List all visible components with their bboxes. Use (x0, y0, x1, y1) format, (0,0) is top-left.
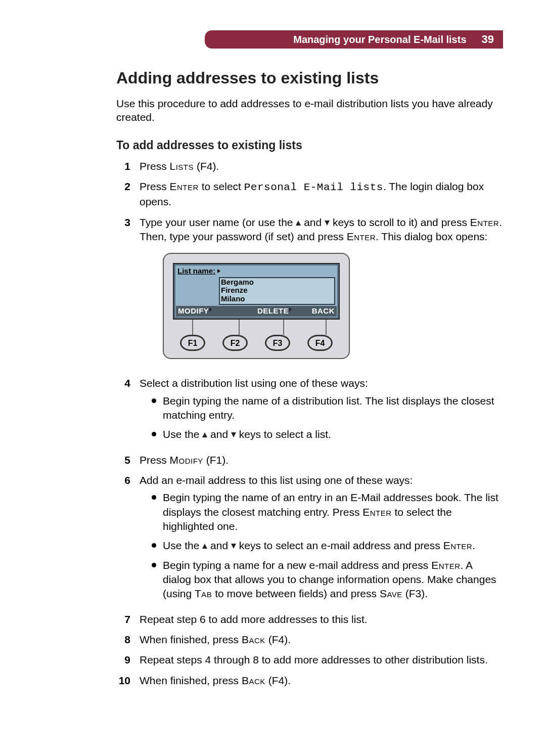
key-save: Save (380, 588, 402, 599)
step-10: 10 When finished, press Back (F4). (116, 674, 503, 688)
key-enter: Enter (170, 181, 199, 192)
step-number: 9 (116, 653, 130, 667)
list-item: Bergamo (221, 278, 333, 287)
bullet: Begin typing the name of a distribution … (152, 394, 503, 423)
arrow-up-icon (202, 432, 207, 437)
step-body: Press Lists (F4). (140, 159, 503, 173)
step-number: 7 (116, 612, 130, 627)
step-body: When finished, press Back (F4). (140, 633, 503, 647)
arrow-down-icon (231, 432, 236, 437)
connector-lines (173, 320, 340, 335)
step-number: 10 (116, 674, 130, 688)
step-8: 8 When finished, press Back (F4). (116, 633, 503, 647)
step-body: Repeat steps 4 through 8 to add more add… (140, 653, 503, 667)
softkey-delete: DELETE (256, 306, 290, 316)
arrow-down-icon (231, 544, 236, 549)
function-keys: F1 F2 F3 F4 (173, 335, 340, 351)
step-number: 4 (116, 376, 130, 447)
step-number: 8 (116, 633, 130, 647)
dialog-field-label: List name: (177, 266, 215, 276)
step-5: 5 Press Modify (F1). (116, 453, 503, 467)
step-body: Add an e-mail address to this list using… (140, 473, 503, 606)
fkey-f4: F4 (307, 335, 333, 351)
page-header: Managing your Personal E-Mail lists 39 (205, 30, 503, 49)
fn-f3: F3 (409, 588, 422, 599)
softkey-back: BACK (311, 306, 336, 316)
step-number: 5 (116, 453, 130, 467)
fn-f1: F1 (210, 454, 222, 466)
bullet: Begin typing a name for a new e-mail add… (152, 558, 503, 601)
step-4-bullets: Begin typing the name of a distribution … (140, 394, 503, 442)
content: Adding addresses to existing lists Use t… (116, 69, 503, 688)
fn-f4: F4 (200, 160, 213, 172)
section-heading: Adding addresses to existing lists (116, 69, 503, 87)
step-number: 3 (116, 215, 130, 371)
step-body: Press Modify (F1). (140, 453, 503, 467)
step-7: 7 Repeat step 6 to add more addresses to… (116, 612, 503, 627)
step-3: 3 Type your user name (or use the and ke… (116, 215, 503, 371)
key-lists: Lists (170, 160, 194, 172)
fn-f4: F4 (272, 675, 285, 686)
softkey-modify: MODIFY (177, 306, 210, 316)
step-body: Press Enter to select Personal E-Mail li… (140, 180, 503, 209)
page: Managing your Personal E-Mail lists 39 A… (0, 0, 546, 734)
step-number: 2 (116, 180, 130, 209)
header-title: Managing your Personal E-Mail lists (293, 34, 466, 46)
key-enter: Enter (470, 216, 499, 228)
step-6-bullets: Begin typing the name of an entry in an … (140, 491, 503, 601)
sub-heading: To add addresses to existing lists (116, 139, 503, 152)
dialog-illustration: List name: Bergamo Firenze Milano MODIFY… (163, 253, 350, 359)
caret-icon (217, 269, 220, 273)
step-body: Type your user name (or use the and keys… (140, 215, 503, 371)
fkey-f2: F2 (222, 335, 248, 351)
step-1: 1 Press Lists (F4). (116, 159, 503, 173)
dialog-screen: List name: Bergamo Firenze Milano MODIFY… (173, 263, 340, 320)
page-number: 39 (482, 33, 494, 46)
arrow-down-icon (325, 220, 330, 226)
fkey-f3: F3 (265, 335, 290, 351)
key-enter: Enter (443, 540, 472, 551)
list-item: Milano (221, 295, 333, 303)
dialog-listbox: Bergamo Firenze Milano (219, 277, 335, 305)
step-body: Select a distribution list using one of … (140, 376, 503, 447)
step-body: Repeat step 6 to add more addresses to t… (140, 612, 503, 627)
bullet: Use the and keys to select an e-mail add… (152, 539, 503, 553)
dialog-softkeys: MODIFY . DELETE BACK (176, 306, 337, 317)
fn-f4: F4 (272, 634, 285, 645)
key-tab: Tab (195, 588, 212, 599)
steps-list: 1 Press Lists (F4). 2 Press Enter to sel… (116, 159, 503, 688)
key-enter: Enter (431, 559, 460, 571)
dialog-label-row: List name: (175, 265, 337, 276)
fkey-f1: F1 (180, 335, 205, 351)
bullet: Begin typing the name of an entry in an … (152, 491, 503, 533)
step-number: 1 (116, 159, 130, 173)
key-enter: Enter (347, 231, 376, 242)
step-number: 6 (116, 473, 130, 606)
key-enter: Enter (362, 506, 391, 518)
step-9: 9 Repeat steps 4 through 8 to add more a… (116, 653, 503, 667)
intro-paragraph: Use this procedure to add addresses to e… (116, 97, 503, 124)
step-body: When finished, press Back (F4). (140, 674, 503, 688)
step-6: 6 Add an e-mail address to this list usi… (116, 473, 503, 606)
arrow-up-icon (202, 544, 207, 549)
step-4: 4 Select a distribution list using one o… (116, 376, 503, 447)
key-back: Back (242, 675, 265, 686)
step-2: 2 Press Enter to select Personal E-Mail … (116, 180, 503, 209)
key-modify: Modify (170, 454, 203, 466)
bullet: Use the and keys to select a list. (152, 427, 503, 441)
arrow-up-icon (296, 220, 301, 226)
key-back: Back (242, 634, 265, 645)
menu-item-personal: Personal E-Mail lists (244, 182, 383, 193)
list-item: Firenze (221, 286, 333, 295)
